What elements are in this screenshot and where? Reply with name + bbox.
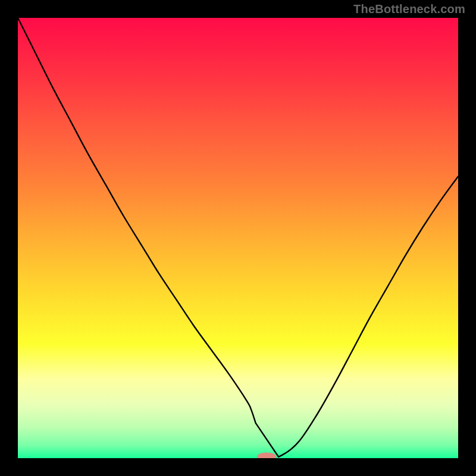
plot-area: [18, 18, 458, 458]
gradient-background: [18, 18, 458, 458]
chart-frame: TheBottleneck.com: [0, 0, 476, 476]
chart-svg: [18, 18, 458, 458]
watermark-text: TheBottleneck.com: [353, 2, 465, 16]
